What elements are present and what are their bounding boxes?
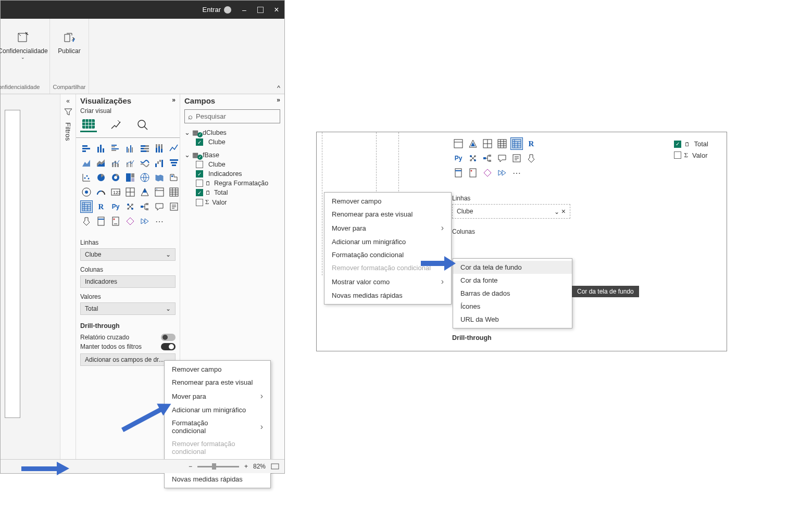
viz-kpi[interactable]	[467, 137, 479, 150]
viz-clustered-bar[interactable]	[109, 142, 122, 155]
ctx-mostrar[interactable]: Mostrar valor como	[324, 274, 451, 289]
viz-decomposition[interactable]	[139, 200, 151, 213]
chevron-right-icon[interactable]: »	[277, 96, 280, 105]
confidentiality-button[interactable]: Confidencialidade ⌄	[0, 29, 48, 60]
fit-to-page-button[interactable]	[271, 463, 279, 470]
selected-visual[interactable]	[5, 110, 20, 418]
field-clube[interactable]: Clube	[184, 137, 280, 147]
maximize-button[interactable]	[257, 7, 264, 13]
viz-azure-map[interactable]	[80, 186, 93, 198]
zoom-out-button[interactable]: −	[189, 463, 192, 470]
ctx-minigraf[interactable]: Adicionar um minigráfico	[324, 235, 451, 248]
viz-gauge[interactable]	[95, 186, 107, 198]
filters-pane-collapsed[interactable]: « Filtros	[60, 94, 76, 459]
valores-well[interactable]: Total ⌄	[80, 302, 176, 315]
viz-key-influencers[interactable]	[467, 152, 479, 164]
ctx-renomear[interactable]: Renomear para este visual	[324, 208, 451, 221]
viz-qa[interactable]	[153, 200, 166, 213]
viz-paginated[interactable]	[95, 215, 107, 227]
field-valor[interactable]: Valor	[184, 197, 280, 207]
tab-format[interactable]	[107, 118, 124, 132]
tree-fbase[interactable]: ⌄ fBase	[184, 150, 280, 160]
viz-card[interactable]: 123	[109, 186, 122, 198]
minimize-button[interactable]: –	[241, 6, 248, 14]
viz-python[interactable]: Py	[109, 200, 122, 213]
viz-waterfall[interactable]	[153, 157, 166, 169]
viz-clustered-column[interactable]	[124, 142, 136, 155]
chevron-down-icon[interactable]: ⌄	[554, 208, 559, 216]
viz-line-clustered[interactable]	[124, 157, 136, 169]
viz-python[interactable]: Py	[452, 152, 465, 164]
viz-more[interactable]: ⋯	[153, 215, 166, 227]
viz-scatter[interactable]	[80, 171, 93, 184]
tab-analytics[interactable]	[134, 118, 151, 132]
viz-key-influencers[interactable]	[124, 200, 136, 213]
viz-goals[interactable]	[80, 215, 93, 227]
ctx-mover[interactable]: Mover para	[324, 221, 451, 235]
ctx-novas[interactable]: Novas medidas rápidas	[165, 473, 270, 486]
tree-dclubes[interactable]: ⌄ dClubes	[184, 128, 280, 137]
checkbox-icon[interactable]	[674, 151, 681, 159]
viz-filled-map[interactable]	[153, 171, 166, 184]
viz-slicer[interactable]	[452, 137, 465, 150]
viz-arcgis[interactable]	[467, 167, 479, 179]
viz-automate[interactable]	[139, 215, 151, 227]
viz-line[interactable]	[168, 142, 180, 155]
viz-stacked-area[interactable]	[95, 157, 107, 169]
viz-stacked-column[interactable]	[95, 142, 107, 155]
ctx-formcond[interactable]: Formatação condicional	[165, 416, 270, 437]
viz-line-stacked[interactable]	[109, 157, 122, 169]
viz-treemap[interactable]	[124, 171, 136, 184]
checkbox-icon[interactable]	[196, 138, 203, 146]
viz-goals[interactable]	[525, 152, 538, 164]
viz-ribbon[interactable]	[139, 157, 151, 169]
viz-pie[interactable]	[95, 171, 107, 184]
viz-shape-map[interactable]	[168, 171, 180, 184]
ctx-mover[interactable]: Mover para	[165, 389, 270, 403]
viz-narrative[interactable]	[168, 200, 180, 213]
viz-matrix[interactable]	[510, 137, 523, 150]
ctx-icones[interactable]: Ícones	[453, 300, 572, 313]
viz-100-column[interactable]	[153, 142, 166, 155]
signin-button[interactable]: Entrar	[203, 6, 231, 14]
viz-automate[interactable]	[496, 167, 508, 179]
viz-qa[interactable]	[496, 152, 508, 164]
viz-r-script[interactable]: R	[525, 137, 538, 150]
ctx-novas[interactable]: Novas medidas rápidas	[324, 289, 451, 302]
drill-add-fields[interactable]: Adicionar os campos de dr...	[80, 353, 176, 366]
viz-powerapps[interactable]	[481, 167, 494, 179]
ctx-minigraf[interactable]: Adicionar um minigráfico	[165, 403, 270, 416]
checkbox-icon[interactable]	[196, 199, 203, 206]
viz-100-bar[interactable]	[139, 142, 151, 155]
field-total[interactable]: Total	[184, 188, 280, 197]
ctx-cor-fundo[interactable]: Cor da tela de fundo	[453, 261, 572, 274]
viz-slicer[interactable]	[153, 186, 166, 198]
remove-x-icon[interactable]: ×	[561, 207, 566, 216]
viz-decomposition[interactable]	[481, 152, 494, 164]
checkbox-icon[interactable]	[196, 161, 203, 168]
viz-matrix[interactable]	[80, 200, 93, 213]
ctx-barras[interactable]: Barras de dados	[453, 287, 572, 300]
viz-area[interactable]	[80, 157, 93, 169]
checkbox-icon[interactable]	[196, 170, 203, 178]
viz-paginated[interactable]	[452, 167, 465, 179]
viz-arcgis[interactable]	[109, 215, 122, 227]
ctx-remover[interactable]: Remover campo	[324, 195, 451, 208]
linhas-well[interactable]: Clube ⌄	[80, 248, 176, 261]
colunas-well[interactable]: Indicadores	[80, 275, 176, 288]
field-total[interactable]: Total	[674, 138, 708, 149]
checkbox-icon[interactable]	[196, 180, 203, 187]
ctx-remover[interactable]: Remover campo	[165, 363, 270, 376]
viz-kpi[interactable]	[139, 186, 151, 198]
chevron-right-icon[interactable]: »	[172, 96, 176, 105]
ribbon-collapse-chevron-icon[interactable]: ^	[277, 84, 280, 92]
checkbox-icon[interactable]	[196, 189, 203, 196]
ctx-url[interactable]: URL da Web	[453, 313, 572, 326]
viz-stacked-bar[interactable]	[80, 142, 93, 155]
viz-table[interactable]	[168, 186, 180, 198]
ctx-cor-fonte[interactable]: Cor da fonte	[453, 274, 572, 287]
fields-search-input[interactable]: Pesquisar	[184, 109, 280, 123]
field-indicadores[interactable]: Indicadores	[184, 169, 280, 179]
zoom-in-button[interactable]: +	[244, 463, 248, 470]
keep-filters-toggle[interactable]	[161, 343, 176, 350]
